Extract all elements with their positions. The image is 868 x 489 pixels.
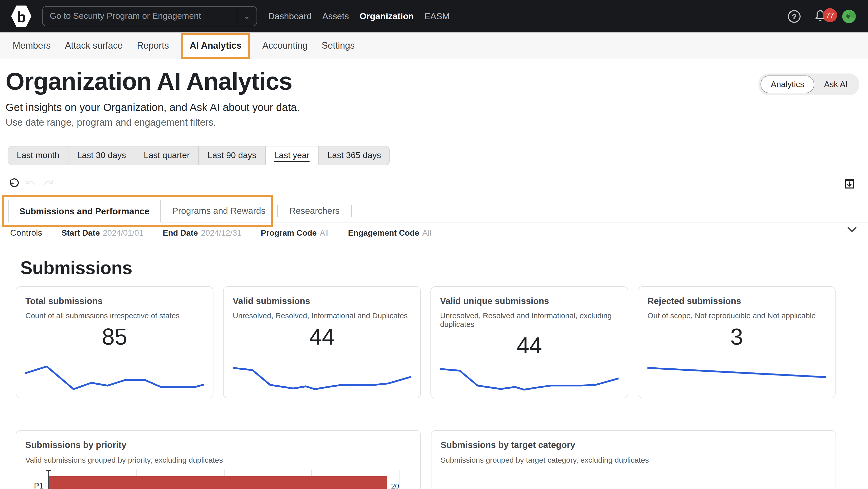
notifications-button[interactable]: 77 [814, 9, 837, 24]
bar-row-p1: P1 20 [49, 470, 399, 489]
bar-value-label: 20 [391, 482, 399, 489]
orgnav-members[interactable]: Members [13, 40, 51, 51]
orgnav-reports[interactable]: Reports [137, 40, 169, 51]
primary-nav: Dashboard Assets Organization EASM [268, 11, 450, 22]
date-range-segmented-control: Last month Last 30 days Last quarter Las… [8, 146, 390, 165]
topbar-right-cluster: ? 77 [788, 9, 856, 24]
metric-card-total-submissions: Total submissions Count of all submissio… [16, 286, 213, 398]
metric-title: Rejected submissions [647, 296, 826, 306]
dashboard-toolbar [0, 177, 868, 193]
range-last-365-days[interactable]: Last 365 days [319, 146, 390, 165]
orgnav-ai-analytics[interactable]: AI Analytics [190, 40, 242, 51]
submissions-section-title: Submissions [20, 257, 868, 279]
page-header: Organization AI Analytics Get insights o… [0, 59, 868, 128]
filter-label: Program Code [261, 229, 317, 237]
metric-value: 3 [647, 324, 826, 350]
range-last-month[interactable]: Last month [8, 146, 68, 165]
range-last-year[interactable]: Last year [266, 146, 319, 165]
notification-badge: 77 [823, 8, 837, 22]
organization-nav: Members Attack surface Reports AI Analyt… [0, 32, 868, 59]
orgnav-settings[interactable]: Settings [322, 40, 355, 51]
filter-program-code[interactable]: Program CodeAll [261, 229, 329, 238]
avatar[interactable] [842, 9, 856, 23]
bar-p1 [49, 476, 388, 489]
tab-researchers[interactable]: Researchers [278, 200, 351, 222]
analytics-tabs-zone: Submissions and Performance Programs and… [8, 200, 868, 223]
nav-assets[interactable]: Assets [322, 11, 349, 22]
nav-easm[interactable]: EASM [424, 11, 450, 22]
metric-title: Valid submissions [233, 296, 411, 306]
avatar-icon [842, 9, 856, 23]
page-hint: Use date range, program and engagement f… [6, 117, 868, 128]
sparkline-chart [25, 357, 204, 393]
metric-description: Unresolved, Resolved and Informational, … [440, 311, 619, 328]
submissions-by-priority-card: Submissions by priority Valid submission… [16, 430, 421, 489]
sparkline-chart [647, 357, 826, 393]
sparkline-chart [440, 359, 619, 393]
download-icon[interactable] [844, 178, 855, 191]
metric-description: Count of all submissions irrespective of… [25, 311, 204, 320]
analytics-toggle-button[interactable]: Analytics [761, 75, 814, 93]
metric-value: 44 [233, 324, 411, 350]
nav-dashboard[interactable]: Dashboard [268, 11, 312, 22]
chevron-down-icon[interactable]: ⌄ [237, 12, 256, 20]
analytics-tabs: Submissions and Performance Programs and… [8, 200, 868, 223]
redo-icon [42, 178, 54, 192]
chart-title: Submissions by target category [441, 440, 827, 451]
bar-category-label: P1 [28, 481, 43, 489]
ask-ai-toggle-button[interactable]: Ask AI [814, 76, 857, 93]
nav-organization[interactable]: Organization [360, 11, 414, 22]
metric-title: Total submissions [25, 296, 204, 306]
filter-label: End Date [163, 229, 198, 237]
bar-plot-area: P1 20 P4 8 [48, 470, 399, 489]
metric-cards-row: Total submissions Count of all submissio… [16, 286, 868, 398]
filter-value: 2024/12/31 [201, 229, 242, 237]
filter-value: All [320, 229, 329, 237]
filter-end-date[interactable]: End Date2024/12/31 [163, 229, 242, 238]
range-last-90-days[interactable]: Last 90 days [199, 146, 266, 165]
orgnav-attack-surface[interactable]: Attack surface [65, 40, 123, 51]
filter-value: All [422, 229, 431, 237]
filter-engagement-code[interactable]: Engagement CodeAll [348, 229, 431, 238]
metric-value: 85 [25, 324, 204, 350]
app-window: b ⌄ Dashboard Assets Organization EASM ?… [0, 0, 868, 489]
tab-submissions-and-performance[interactable]: Submissions and Performance [8, 200, 161, 223]
search-input[interactable] [42, 11, 237, 21]
top-navigation-bar: b ⌄ Dashboard Assets Organization EASM ?… [0, 0, 868, 32]
metric-description: Out of scope, Not reproducible and Not a… [647, 311, 826, 320]
target-category-donut-chart [441, 464, 827, 489]
controls-collapse-chevron-icon[interactable] [847, 227, 857, 234]
gridline [399, 470, 400, 489]
refresh-icon[interactable] [8, 178, 19, 192]
controls-label: Controls [10, 228, 42, 238]
range-last-30-days[interactable]: Last 30 days [68, 146, 135, 165]
global-search[interactable]: ⌄ [42, 6, 257, 26]
filter-start-date[interactable]: Start Date2024/01/01 [62, 229, 144, 238]
chart-subtitle: Submissions grouped by target category, … [441, 456, 827, 464]
orgnav-ai-analytics-highlight: AI Analytics [183, 35, 248, 57]
filter-value: 2024/01/01 [103, 229, 144, 237]
sparkline-chart [233, 357, 411, 393]
controls-bar[interactable]: Controls Start Date2024/01/01 End Date20… [0, 223, 868, 244]
tab-separator [351, 205, 352, 217]
metric-card-rejected-submissions: Rejected submissions Out of scope, Not r… [638, 286, 836, 398]
submissions-by-target-category-card: Submissions by target category Submissio… [431, 430, 836, 489]
help-glyph: ? [792, 12, 797, 21]
chart-title: Submissions by priority [25, 440, 411, 451]
metric-description: Unresolved, Resolved, Informational and … [233, 311, 411, 320]
logo-letter: b [17, 9, 26, 25]
analytics-askai-toggle: Analytics Ask AI [758, 73, 859, 95]
filter-label: Start Date [62, 229, 100, 237]
priority-bar-chart: P1 20 P4 8 [48, 470, 411, 489]
metric-value: 44 [440, 332, 619, 359]
undo-icon [25, 178, 36, 192]
charts-row: Submissions by priority Valid submission… [16, 430, 868, 489]
tab-programs-and-rewards[interactable]: Programs and Rewards [161, 200, 277, 222]
metric-title: Valid unique submissions [440, 296, 619, 306]
help-icon[interactable]: ? [788, 10, 801, 23]
range-last-quarter[interactable]: Last quarter [135, 146, 199, 165]
bugcrowd-logo[interactable]: b [11, 5, 31, 27]
chart-subtitle: Valid submissions grouped by priority, e… [25, 456, 411, 464]
metric-card-valid-submissions: Valid submissions Unresolved, Resolved, … [223, 286, 421, 398]
orgnav-accounting[interactable]: Accounting [262, 40, 308, 51]
